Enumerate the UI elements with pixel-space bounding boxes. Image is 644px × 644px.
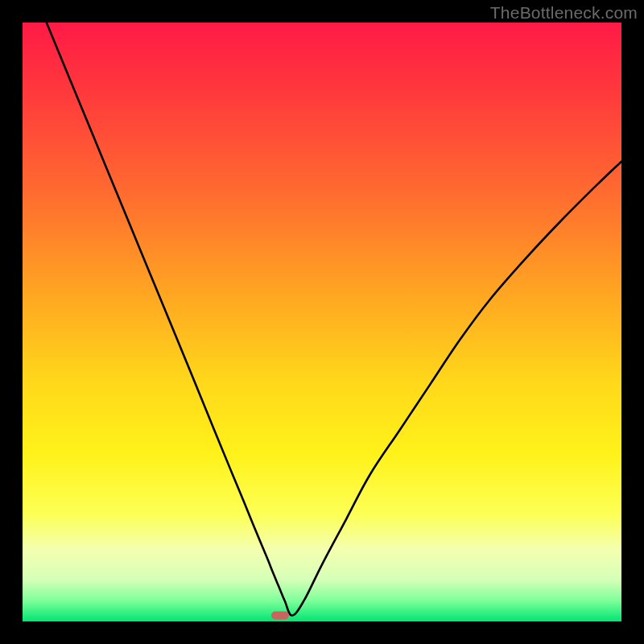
bottleneck-chart [23, 23, 621, 621]
minimum-marker [271, 612, 289, 620]
chart-background [23, 23, 621, 621]
chart-frame [23, 23, 621, 621]
watermark-text: TheBottleneck.com [490, 3, 638, 23]
